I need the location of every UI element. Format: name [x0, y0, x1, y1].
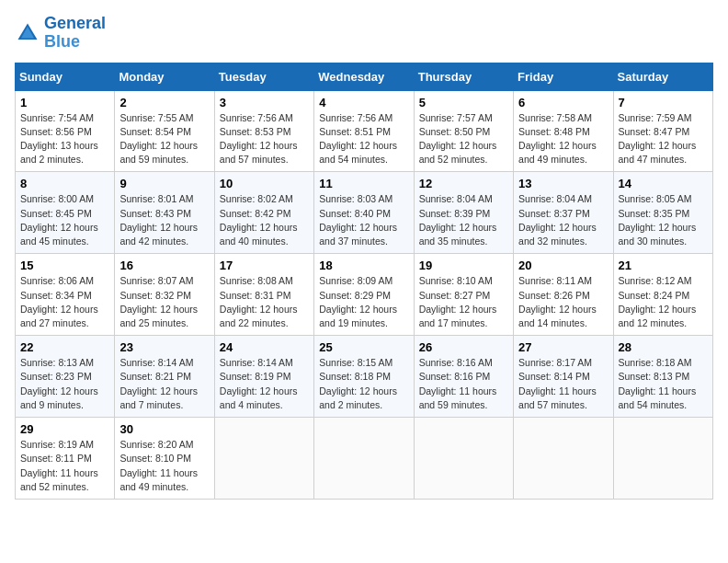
calendar-cell — [613, 418, 712, 500]
day-detail: Sunrise: 7:56 AMSunset: 8:53 PMDaylight:… — [220, 111, 309, 167]
day-number: 14 — [619, 177, 708, 190]
day-detail: Sunrise: 8:15 AMSunset: 8:18 PMDaylight:… — [319, 356, 408, 412]
calendar-cell: 18Sunrise: 8:09 AMSunset: 8:29 PMDayligh… — [314, 254, 414, 336]
calendar-cell: 19Sunrise: 8:10 AMSunset: 8:27 PMDayligh… — [414, 254, 513, 336]
day-number: 9 — [119, 177, 209, 190]
day-number: 1 — [20, 96, 109, 109]
day-header-tuesday: Tuesday — [214, 63, 313, 90]
day-detail: Sunrise: 8:14 AMSunset: 8:19 PMDaylight:… — [220, 356, 309, 412]
day-detail: Sunrise: 7:58 AMSunset: 8:48 PMDaylight:… — [518, 111, 608, 167]
calendar-cell: 11Sunrise: 8:03 AMSunset: 8:40 PMDayligh… — [314, 172, 414, 254]
day-number: 24 — [220, 340, 309, 354]
day-number: 13 — [518, 177, 608, 190]
day-number: 22 — [20, 340, 109, 354]
day-number: 15 — [20, 259, 109, 272]
calendar-cell: 22Sunrise: 8:13 AMSunset: 8:23 PMDayligh… — [16, 336, 115, 418]
calendar-cell: 7Sunrise: 7:59 AMSunset: 8:47 PMDaylight… — [613, 90, 712, 172]
day-detail: Sunrise: 7:57 AMSunset: 8:50 PMDaylight:… — [419, 111, 508, 167]
day-number: 20 — [518, 259, 608, 272]
calendar-cell: 29Sunrise: 8:19 AMSunset: 8:11 PMDayligh… — [16, 418, 115, 500]
day-detail: Sunrise: 7:56 AMSunset: 8:51 PMDaylight:… — [319, 111, 408, 167]
calendar-cell: 28Sunrise: 8:18 AMSunset: 8:13 PMDayligh… — [613, 336, 712, 418]
day-number: 8 — [20, 177, 109, 190]
day-number: 30 — [119, 422, 209, 436]
calendar-week-4: 22Sunrise: 8:13 AMSunset: 8:23 PMDayligh… — [16, 336, 713, 418]
day-number: 29 — [20, 422, 109, 436]
calendar-week-1: 1Sunrise: 7:54 AMSunset: 8:56 PMDaylight… — [16, 90, 713, 172]
calendar-week-5: 29Sunrise: 8:19 AMSunset: 8:11 PMDayligh… — [16, 418, 713, 500]
day-header-sunday: Sunday — [16, 63, 115, 90]
day-detail: Sunrise: 8:01 AMSunset: 8:43 PMDaylight:… — [119, 192, 209, 248]
calendar-cell: 26Sunrise: 8:16 AMSunset: 8:16 PMDayligh… — [414, 336, 513, 418]
calendar-week-2: 8Sunrise: 8:00 AMSunset: 8:45 PMDaylight… — [16, 172, 713, 254]
day-detail: Sunrise: 8:00 AMSunset: 8:45 PMDaylight:… — [20, 192, 109, 248]
calendar-cell: 13Sunrise: 8:04 AMSunset: 8:37 PMDayligh… — [514, 172, 613, 254]
logo-text: General Blue — [44, 15, 106, 52]
calendar-week-3: 15Sunrise: 8:06 AMSunset: 8:34 PMDayligh… — [16, 254, 713, 336]
day-detail: Sunrise: 8:02 AMSunset: 8:42 PMDaylight:… — [220, 192, 309, 248]
calendar-cell: 6Sunrise: 7:58 AMSunset: 8:48 PMDaylight… — [514, 90, 613, 172]
day-detail: Sunrise: 8:13 AMSunset: 8:23 PMDaylight:… — [20, 356, 109, 412]
calendar-cell: 30Sunrise: 8:20 AMSunset: 8:10 PMDayligh… — [115, 418, 214, 500]
day-number: 2 — [119, 96, 209, 109]
day-detail: Sunrise: 8:14 AMSunset: 8:21 PMDaylight:… — [119, 356, 209, 412]
day-detail: Sunrise: 8:03 AMSunset: 8:40 PMDaylight:… — [319, 192, 408, 248]
calendar-cell: 25Sunrise: 8:15 AMSunset: 8:18 PMDayligh… — [314, 336, 414, 418]
calendar-cell: 21Sunrise: 8:12 AMSunset: 8:24 PMDayligh… — [613, 254, 712, 336]
day-number: 28 — [619, 340, 708, 354]
day-detail: Sunrise: 8:07 AMSunset: 8:32 PMDaylight:… — [119, 274, 209, 330]
calendar-cell: 24Sunrise: 8:14 AMSunset: 8:19 PMDayligh… — [214, 336, 313, 418]
day-number: 16 — [119, 259, 209, 272]
calendar-cell: 20Sunrise: 8:11 AMSunset: 8:26 PMDayligh… — [514, 254, 613, 336]
day-number: 7 — [619, 96, 708, 109]
calendar-cell: 15Sunrise: 8:06 AMSunset: 8:34 PMDayligh… — [16, 254, 115, 336]
day-detail: Sunrise: 8:06 AMSunset: 8:34 PMDaylight:… — [20, 274, 109, 330]
calendar-cell: 12Sunrise: 8:04 AMSunset: 8:39 PMDayligh… — [414, 172, 513, 254]
page-header: General Blue — [15, 15, 713, 52]
day-detail: Sunrise: 8:11 AMSunset: 8:26 PMDaylight:… — [518, 274, 608, 330]
day-detail: Sunrise: 8:10 AMSunset: 8:27 PMDaylight:… — [419, 274, 508, 330]
day-number: 10 — [220, 177, 309, 190]
day-detail: Sunrise: 8:18 AMSunset: 8:13 PMDaylight:… — [619, 356, 708, 412]
day-number: 4 — [319, 96, 408, 109]
day-number: 25 — [319, 340, 408, 354]
day-header-saturday: Saturday — [613, 63, 712, 90]
calendar-cell — [214, 418, 313, 500]
calendar-cell: 23Sunrise: 8:14 AMSunset: 8:21 PMDayligh… — [115, 336, 214, 418]
day-detail: Sunrise: 7:59 AMSunset: 8:47 PMDaylight:… — [619, 111, 708, 167]
calendar-body: 1Sunrise: 7:54 AMSunset: 8:56 PMDaylight… — [16, 90, 713, 499]
calendar-cell: 17Sunrise: 8:08 AMSunset: 8:31 PMDayligh… — [214, 254, 313, 336]
calendar-cell: 9Sunrise: 8:01 AMSunset: 8:43 PMDaylight… — [115, 172, 214, 254]
day-detail: Sunrise: 8:17 AMSunset: 8:14 PMDaylight:… — [518, 356, 608, 412]
day-detail: Sunrise: 8:08 AMSunset: 8:31 PMDaylight:… — [220, 274, 309, 330]
calendar-cell: 3Sunrise: 7:56 AMSunset: 8:53 PMDaylight… — [214, 90, 313, 172]
day-number: 26 — [419, 340, 508, 354]
day-number: 27 — [518, 340, 608, 354]
calendar-cell — [414, 418, 513, 500]
logo: General Blue — [15, 15, 106, 52]
day-detail: Sunrise: 7:54 AMSunset: 8:56 PMDaylight:… — [20, 111, 109, 167]
logo-icon — [15, 20, 40, 46]
day-number: 6 — [518, 96, 608, 109]
calendar-cell: 14Sunrise: 8:05 AMSunset: 8:35 PMDayligh… — [613, 172, 712, 254]
day-number: 23 — [119, 340, 209, 354]
day-detail: Sunrise: 8:12 AMSunset: 8:24 PMDaylight:… — [619, 274, 708, 330]
calendar-table: SundayMondayTuesdayWednesdayThursdayFrid… — [15, 63, 713, 500]
day-number: 17 — [220, 259, 309, 272]
day-number: 5 — [419, 96, 508, 109]
day-detail: Sunrise: 8:04 AMSunset: 8:39 PMDaylight:… — [419, 192, 508, 248]
day-number: 19 — [419, 259, 508, 272]
day-detail: Sunrise: 8:19 AMSunset: 8:11 PMDaylight:… — [20, 438, 109, 494]
day-detail: Sunrise: 7:55 AMSunset: 8:54 PMDaylight:… — [119, 111, 209, 167]
calendar-header: SundayMondayTuesdayWednesdayThursdayFrid… — [16, 63, 713, 90]
calendar-cell: 4Sunrise: 7:56 AMSunset: 8:51 PMDaylight… — [314, 90, 414, 172]
day-detail: Sunrise: 8:09 AMSunset: 8:29 PMDaylight:… — [319, 274, 408, 330]
day-number: 3 — [220, 96, 309, 109]
day-detail: Sunrise: 8:05 AMSunset: 8:35 PMDaylight:… — [619, 192, 708, 248]
day-detail: Sunrise: 8:20 AMSunset: 8:10 PMDaylight:… — [119, 438, 209, 494]
day-header-wednesday: Wednesday — [314, 63, 414, 90]
day-number: 11 — [319, 177, 408, 190]
calendar-cell: 8Sunrise: 8:00 AMSunset: 8:45 PMDaylight… — [16, 172, 115, 254]
calendar-cell: 10Sunrise: 8:02 AMSunset: 8:42 PMDayligh… — [214, 172, 313, 254]
calendar-cell — [514, 418, 613, 500]
